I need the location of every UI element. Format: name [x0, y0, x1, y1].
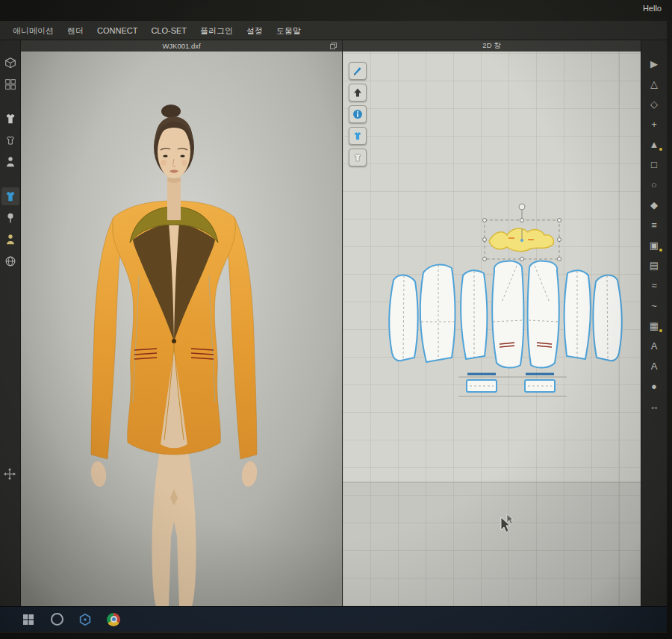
pattern-piece-sleeve-left[interactable]: [389, 275, 417, 361]
rotate-handle[interactable]: [519, 204, 525, 210]
circle-icon[interactable]: ○: [644, 176, 664, 193]
selected-pattern-collar[interactable]: [483, 204, 561, 261]
segment-sewing-icon[interactable]: ≈: [644, 277, 664, 294]
pattern-piece-side-right[interactable]: [564, 270, 591, 359]
garment-show-button[interactable]: [1, 110, 19, 128]
pattern-text-icon[interactable]: A: [644, 358, 664, 375]
hexagon-app-icon: [78, 613, 92, 626]
pattern-pieces-pockets[interactable]: [458, 374, 567, 396]
pen-button[interactable]: [349, 62, 367, 80]
environment-globe-icon: [4, 255, 17, 268]
pattern-piece-front-right[interactable]: [528, 261, 559, 367]
view-cube-button[interactable]: [1, 54, 19, 72]
tab-2d[interactable]: 2D 창: [343, 40, 641, 52]
viewport-2d[interactable]: [343, 52, 641, 606]
pattern-piece-back-left[interactable]: [420, 264, 455, 362]
wardrobe-grid-icon: [4, 78, 17, 91]
start-icon: [22, 614, 34, 626]
garment-3d-button[interactable]: [1, 187, 19, 205]
garment-style-button[interactable]: [1, 131, 19, 149]
avatar-3d: [21, 52, 342, 606]
viewport-3d[interactable]: [21, 52, 342, 606]
edit-pattern-icon[interactable]: △: [644, 75, 664, 93]
seam-allowance-icon[interactable]: ▦: [644, 317, 664, 334]
shirt-gray-button[interactable]: [349, 149, 367, 166]
menubar: 애니메이션 렌더 CONNECT CLO-SET 플러그인 설정 도움말: [0, 21, 667, 40]
dock-window-icon[interactable]: [330, 43, 337, 49]
arrow-up-button[interactable]: [349, 84, 367, 102]
toolbar-3d: [0, 40, 21, 606]
jacket-button: [172, 339, 176, 343]
dart-icon[interactable]: ◆: [644, 196, 664, 213]
toolbar-2d-right: ▶ △ ◇ + ▲ □ ○ ◆ ≡ ▣ ▤ ≈ ~ ▦ A A ● ↔: [641, 40, 667, 606]
chrome-button[interactable]: [105, 611, 122, 629]
trace-icon[interactable]: ▣: [644, 237, 664, 254]
tab-2d-label: 2D 창: [482, 41, 500, 51]
shirt-blue-button[interactable]: [349, 127, 367, 145]
tab-3d-label: WJK001.dxf: [162, 42, 200, 50]
grading-icon[interactable]: ●: [644, 378, 664, 395]
garment-show-icon: [4, 112, 17, 125]
menu-animation[interactable]: 애니메이션: [6, 21, 60, 40]
hexagon-app-button[interactable]: [76, 611, 94, 629]
tab-3d[interactable]: WJK001.dxf: [21, 40, 342, 52]
transform-pattern-icon[interactable]: ▶: [644, 55, 664, 72]
annotation-icon[interactable]: A: [644, 337, 664, 355]
shirt-gray-icon: [352, 152, 363, 163]
menu-connect[interactable]: CONNECT: [90, 21, 144, 40]
clo3d-window: 애니메이션 렌더 CONNECT CLO-SET 플러그인 설정 도움말: [0, 21, 667, 633]
windows-taskbar: [0, 606, 667, 632]
pin-button[interactable]: [1, 209, 19, 227]
move-gizmo-button[interactable]: [1, 466, 18, 485]
measure-icon[interactable]: ↔: [644, 398, 664, 415]
avatar-show-icon: [4, 155, 17, 169]
cut-sew-icon[interactable]: ▤: [644, 257, 664, 274]
garment-3d-active-icon: [4, 190, 17, 203]
avatar-style-button[interactable]: [1, 231, 19, 249]
shirt-blue-icon: [352, 131, 363, 141]
pleats-icon[interactable]: ≡: [644, 216, 664, 234]
menu-help[interactable]: 도움말: [270, 21, 308, 40]
move-gizmo-icon: [1, 466, 18, 482]
menu-plugin[interactable]: 플러그인: [193, 21, 240, 40]
pattern-piece-side-left[interactable]: [461, 270, 487, 359]
menu-closet[interactable]: CLO-SET: [144, 21, 193, 40]
pattern-canvas[interactable]: [343, 52, 641, 606]
wardrobe-grid-button[interactable]: [1, 75, 19, 93]
photo-of-monitor: Hello 애니메이션 렌더 CONNECT CLO-SET 플러그인 설정 도…: [0, 0, 672, 639]
pin-icon: [4, 211, 17, 225]
start-button[interactable]: [19, 611, 37, 629]
info-icon: [352, 109, 363, 119]
hello-text: Hello: [643, 4, 662, 13]
panel-3d: WJK001.dxf: [21, 40, 342, 606]
avatar-show-button[interactable]: [1, 153, 19, 171]
search-icon: [51, 613, 63, 626]
pattern-piece-sleeve-right[interactable]: [593, 275, 621, 361]
search-button[interactable]: [48, 611, 66, 629]
rectangle-icon[interactable]: □: [644, 156, 664, 173]
edit-curvature-icon[interactable]: ◇: [644, 96, 664, 113]
chrome-icon: [107, 613, 120, 626]
pen-icon: [352, 66, 363, 76]
add-point-icon[interactable]: +: [644, 116, 664, 133]
avatar-style-icon: [4, 233, 17, 246]
toolbar-2d-floating: [349, 62, 367, 166]
view-cube-icon: [4, 56, 17, 69]
menu-settings[interactable]: 설정: [240, 21, 270, 40]
panel-2d: 2D 창: [342, 40, 641, 606]
polygon-icon[interactable]: ▲: [644, 136, 664, 153]
environment-globe-button[interactable]: [1, 252, 19, 270]
info-button[interactable]: [349, 105, 367, 123]
menu-render[interactable]: 렌더: [60, 21, 90, 40]
garment-style-icon: [4, 134, 17, 147]
free-sewing-icon[interactable]: ~: [644, 297, 664, 314]
arrow-up-icon: [352, 87, 363, 98]
pattern-piece-front-left[interactable]: [492, 261, 523, 367]
